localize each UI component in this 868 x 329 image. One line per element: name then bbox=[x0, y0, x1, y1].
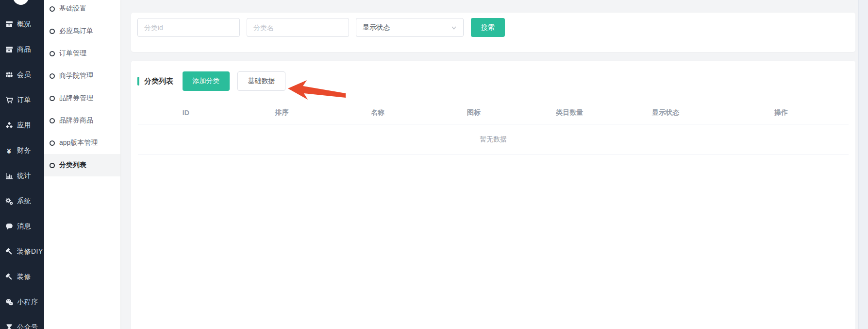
search-filter-card: 显示状态 搜索 bbox=[131, 13, 855, 52]
radio-ring-icon bbox=[50, 6, 55, 12]
category-id-input[interactable] bbox=[137, 18, 240, 37]
finance-icon: ¥ bbox=[5, 147, 13, 155]
overview-icon bbox=[5, 20, 13, 29]
main-content: 显示状态 搜索 分类列表 添加分类 基础数据 bbox=[120, 0, 868, 329]
submenu-item-label: 基础设置 bbox=[59, 4, 86, 13]
col-header-actions: 操作 bbox=[714, 102, 849, 124]
submenu-item-label: 订单管理 bbox=[59, 49, 86, 58]
table-header-row: ID 排序 名称 图标 类目数量 显示状态 操作 bbox=[138, 102, 849, 124]
system-icon bbox=[5, 197, 13, 206]
members-icon bbox=[5, 71, 13, 79]
radio-ring-icon bbox=[50, 163, 55, 168]
title-accent-bar bbox=[137, 77, 139, 86]
display-status-select-value: 显示状态 bbox=[363, 23, 390, 32]
filter-row: 显示状态 搜索 bbox=[137, 18, 505, 37]
empty-state-text: 暂无数据 bbox=[138, 124, 849, 155]
primary-nav: 概况 商品 会员 订单 bbox=[0, 12, 44, 329]
submenu-item-category-list[interactable]: 分类列表 bbox=[44, 154, 120, 176]
orders-icon bbox=[5, 96, 13, 104]
submenu-item-label: 必应鸟订单 bbox=[59, 27, 93, 35]
stats-icon bbox=[5, 172, 13, 180]
sidebar-item-finance[interactable]: ¥ 财务 bbox=[0, 138, 44, 163]
submenu-item-label: 品牌券管理 bbox=[59, 94, 93, 103]
sidebar-item-label: 装修 bbox=[17, 273, 31, 281]
radio-ring-icon bbox=[50, 51, 55, 56]
radio-ring-icon bbox=[50, 118, 55, 123]
category-table: ID 排序 名称 图标 类目数量 显示状态 操作 暂无数据 bbox=[138, 102, 849, 155]
add-category-button[interactable]: 添加分类 bbox=[183, 71, 230, 91]
submenu-item-label: 商学院管理 bbox=[59, 71, 93, 80]
miniprogram-icon bbox=[5, 298, 13, 307]
sidebar-item-label: 财务 bbox=[17, 146, 31, 155]
col-header-display-status: 显示状态 bbox=[618, 102, 714, 124]
decorate-icon bbox=[5, 273, 13, 281]
card-title-row: 分类列表 添加分类 基础数据 bbox=[137, 71, 285, 91]
avatar[interactable] bbox=[13, 0, 29, 5]
category-list-card: 分类列表 添加分类 基础数据 ID bbox=[131, 61, 855, 329]
sidebar-item-miniprogram[interactable]: 小程序 bbox=[0, 290, 44, 315]
sidebar-item-members[interactable]: 会员 bbox=[0, 62, 44, 87]
sidebar-item-label: 公众号 bbox=[17, 323, 38, 329]
submenu-item-label: 分类列表 bbox=[59, 161, 86, 170]
scrollbar-track[interactable] bbox=[858, 0, 868, 329]
decorate-diy-icon bbox=[5, 248, 13, 256]
submenu-item-order-management[interactable]: 订单管理 bbox=[44, 42, 120, 65]
messages-icon bbox=[5, 223, 13, 231]
sidebar-item-label: 会员 bbox=[17, 70, 31, 79]
sidebar-item-label: 概况 bbox=[17, 20, 31, 29]
sidebar-item-label: 应用 bbox=[17, 121, 31, 130]
sidebar-item-decorate[interactable]: 装修 bbox=[0, 264, 44, 290]
sidebar-item-system[interactable]: 系统 bbox=[0, 189, 44, 214]
radio-ring-icon bbox=[50, 73, 55, 79]
annotation-arrow-icon bbox=[286, 80, 347, 104]
submenu-item-brand-coupon-management[interactable]: 品牌券管理 bbox=[44, 87, 120, 109]
col-header-id: ID bbox=[138, 102, 234, 124]
base-data-button[interactable]: 基础数据 bbox=[237, 71, 285, 91]
col-header-category-count: 类目数量 bbox=[522, 102, 618, 124]
submenu-item-basic-settings[interactable]: 基础设置 bbox=[44, 0, 120, 20]
sidebar-item-label: 小程序 bbox=[17, 298, 38, 307]
sidebar-item-official-account[interactable]: 公众号 bbox=[0, 315, 44, 329]
secondary-nav: 基础设置 必应鸟订单 订单管理 商学院管理 品牌券管理 品牌券商品 bbox=[44, 0, 120, 176]
col-header-name: 名称 bbox=[330, 102, 426, 124]
col-header-sort: 排序 bbox=[234, 102, 330, 124]
display-status-select[interactable]: 显示状态 bbox=[356, 18, 464, 37]
sidebar-item-label: 装修DIY bbox=[17, 247, 43, 256]
submenu-item-label: app版本管理 bbox=[59, 139, 98, 147]
submenu-item-business-school[interactable]: 商学院管理 bbox=[44, 65, 120, 87]
sidebar-item-apps[interactable]: 应用 bbox=[0, 113, 44, 138]
submenu-item-bingbird-orders[interactable]: 必应鸟订单 bbox=[44, 20, 120, 42]
sidebar-item-stats[interactable]: 统计 bbox=[0, 163, 44, 189]
category-name-input[interactable] bbox=[247, 18, 349, 37]
col-header-icon: 图标 bbox=[426, 102, 522, 124]
sidebar-item-messages[interactable]: 消息 bbox=[0, 214, 44, 239]
primary-sidebar: 概况 商品 会员 订单 bbox=[0, 0, 44, 329]
search-button[interactable]: 搜索 bbox=[471, 18, 505, 37]
radio-ring-icon bbox=[50, 140, 55, 146]
sidebar-item-label: 订单 bbox=[17, 96, 31, 104]
official-account-icon bbox=[5, 324, 13, 329]
sidebar-item-goods[interactable]: 商品 bbox=[0, 37, 44, 62]
sidebar-item-label: 系统 bbox=[17, 197, 31, 206]
sidebar-item-orders[interactable]: 订单 bbox=[0, 87, 44, 113]
radio-ring-icon bbox=[50, 96, 55, 101]
sidebar-item-decorate-diy[interactable]: 装修DIY bbox=[0, 239, 44, 264]
submenu-item-app-version[interactable]: app版本管理 bbox=[44, 132, 120, 154]
submenu-item-brand-coupon-goods[interactable]: 品牌券商品 bbox=[44, 109, 120, 132]
sidebar-item-label: 统计 bbox=[17, 172, 31, 180]
radio-ring-icon bbox=[50, 29, 55, 34]
admin-app: 概况 商品 会员 订单 bbox=[0, 0, 868, 329]
chevron-down-icon bbox=[451, 25, 457, 31]
sidebar-item-label: 消息 bbox=[17, 222, 31, 231]
sidebar-item-label: 商品 bbox=[17, 45, 31, 54]
card-title: 分类列表 bbox=[144, 77, 173, 86]
goods-icon bbox=[5, 46, 13, 54]
sidebar-item-overview[interactable]: 概况 bbox=[0, 12, 44, 37]
submenu-item-label: 品牌券商品 bbox=[59, 116, 93, 125]
empty-row: 暂无数据 bbox=[138, 124, 849, 155]
apps-icon bbox=[5, 121, 13, 130]
secondary-sidebar: 基础设置 必应鸟订单 订单管理 商学院管理 品牌券管理 品牌券商品 bbox=[44, 0, 120, 329]
